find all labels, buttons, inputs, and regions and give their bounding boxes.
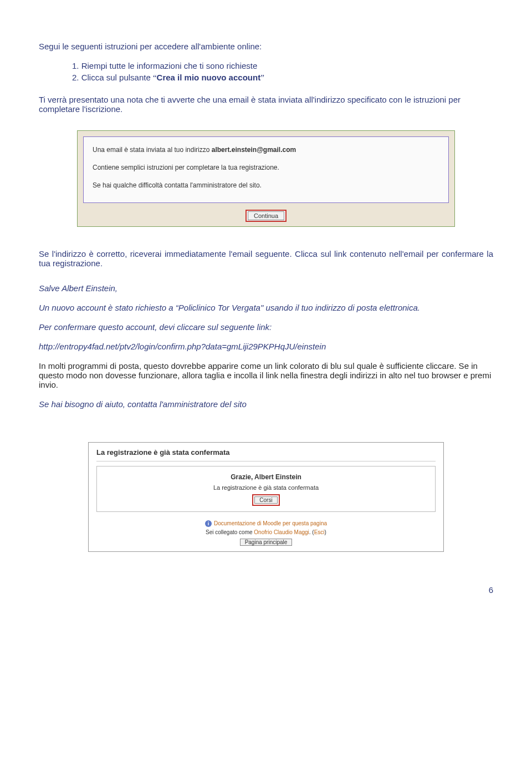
figure-1: Una email è stata inviata al tuo indiriz… <box>39 130 493 227</box>
open-quote: “ <box>153 73 157 82</box>
main-page-button[interactable]: Pagina principale <box>240 539 293 546</box>
user-prefix: Sei collegato come <box>206 529 254 535</box>
continue-button[interactable]: Continua <box>248 211 284 220</box>
corsi-button[interactable]: Corsi <box>254 496 277 504</box>
email-body-2: Per confermare questo account, devi clic… <box>39 322 493 332</box>
user-paren-2: ) <box>325 529 326 535</box>
email-body-4: Se hai bisogno di aiuto, contatta l'ammi… <box>39 399 493 409</box>
email-body-3-text: In molti programmi di posta, questo dovr… <box>39 361 491 389</box>
email-confirm-link[interactable]: http://entropy4fad.net/ptv2/login/confir… <box>39 342 493 351</box>
divider <box>96 461 436 461</box>
step-2-bold: Crea il mio nuovo account <box>157 73 261 82</box>
paragraph-2: Ti verrà presentato una nota che ti avve… <box>39 95 493 114</box>
notice-line-1: Una email è stata inviata al tuo indiriz… <box>93 145 439 155</box>
logout-link[interactable]: Esci <box>314 529 325 535</box>
confirm-box: Grazie, Albert Einstein La registrazione… <box>96 466 436 512</box>
notice-line-3: Se hai qualche difficoltà contatta l'amm… <box>93 180 439 190</box>
user-row: Sei collegato come Onofrio Claudio Maggi… <box>89 529 443 535</box>
step-1-text: Riempi tutte le informazioni che ti sono… <box>81 61 258 70</box>
main-page-button-wrap: Pagina principale <box>239 537 294 547</box>
email-quote: Salve Albert Einstein, Un nuovo account … <box>39 283 493 409</box>
notice-email-bold: albert.einstein@gmail.com <box>212 146 296 154</box>
fig2-title: La registrazione è già stata confermata <box>89 443 443 460</box>
paragraph-3: Se l'indirizzo è corretto, riceverai imm… <box>39 249 493 268</box>
corsi-button-highlight: Corsi <box>252 494 279 506</box>
close-quote: ” <box>260 73 264 82</box>
user-name-link[interactable]: Onofrio Claudio Maggi <box>254 529 309 535</box>
steps-list: 1. Riempi tutte le informazioni che ti s… <box>39 61 493 83</box>
step-2: 2. Clicca sul pulsante “Crea il mio nuov… <box>72 73 493 83</box>
thanks-text: Grazie, Albert Einstein <box>101 473 431 481</box>
doc-link[interactable]: Documentazione di Moodle per questa pagi… <box>214 520 327 526</box>
doc-link-row: iDocumentazione di Moodle per questa pag… <box>89 520 443 527</box>
email-body-1b: Policlinico Tor Vergata" usando il tuo i… <box>178 303 420 312</box>
step-2-num: 2. <box>72 73 79 82</box>
email-body-3: In molti programmi di posta, questo dovr… <box>39 361 493 389</box>
info-icon: i <box>205 520 212 527</box>
notice-box: Una email è stata inviata al tuo indiriz… <box>83 136 449 203</box>
continue-button-highlight: Continua <box>245 210 287 222</box>
step-1: 1. Riempi tutte le informazioni che ti s… <box>72 61 493 70</box>
user-paren-1: . ( <box>309 529 314 535</box>
step-2-text-a: Clicca sul pulsante <box>81 73 153 82</box>
figure-2: La registrazione è già stata confermata … <box>39 442 493 552</box>
notice-line-2: Contiene semplici istruzioni per complet… <box>93 163 439 173</box>
notice-line-1a: Una email è stata inviata al tuo indiriz… <box>93 146 212 154</box>
step-1-num: 1. <box>72 61 79 70</box>
page-number: 6 <box>39 585 493 595</box>
intro-text: Segui le seguenti istruzioni per acceder… <box>39 42 493 51</box>
email-body-1a: Un nuovo account è stato richiesto a <box>39 303 176 312</box>
confirm-text: La registrazione è già stata confermata <box>101 484 431 491</box>
email-body-1: Un nuovo account è stato richiesto a “Po… <box>39 303 493 312</box>
email-greeting: Salve Albert Einstein, <box>39 283 493 293</box>
